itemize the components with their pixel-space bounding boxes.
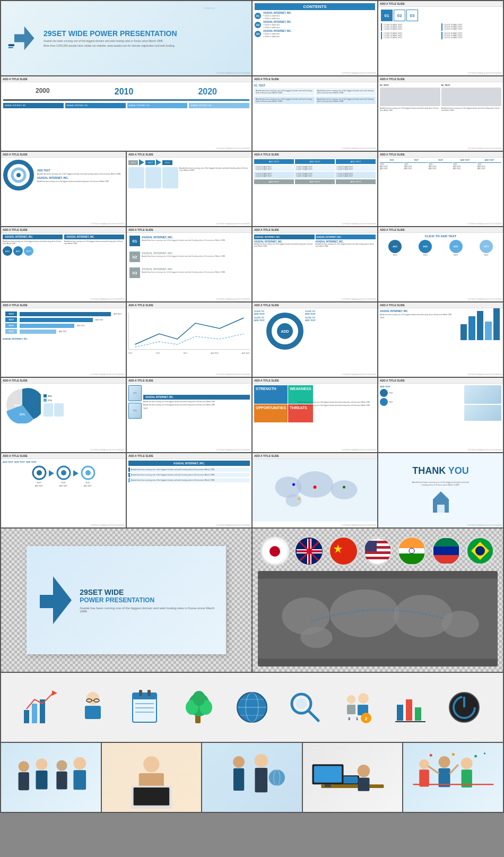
- wm-inner: [253, 459, 377, 522]
- quadrant-inner: 01. TEXT Asadal has been running one of …: [253, 82, 377, 106]
- contents-item-1: 01 ASADAL INTERNET, INC. • Click to add …: [255, 12, 375, 20]
- co-left-btns: CLICK TOADD TEXT CLICK TOADD TEXT: [254, 310, 265, 352]
- svg-rect-67: [85, 706, 101, 719]
- people-grid-slide: ADD A TITLE SLIDE 01. TEXT 02. TEXT Asad…: [378, 76, 503, 151]
- bcr-company: ASADAL INTERNET, INC.: [380, 310, 457, 313]
- icon-item-plant: [180, 689, 218, 726]
- tg2-h5: ADD TEXT: [477, 159, 501, 161]
- title-slide-numbered: ADD A TITLE SLIDE 01 02 03 • CLICK TO AD…: [378, 1, 503, 75]
- doc-text-l: TEXT: [143, 408, 148, 410]
- flag-brazil-svg: [467, 538, 493, 564]
- cp-photo-2: [464, 405, 501, 421]
- svg-point-66: [86, 692, 99, 705]
- ctc-circle-2: ADD: [419, 240, 432, 253]
- photo-strip-section: [1, 743, 503, 812]
- step-indicator: 01 ASADAL INTERNET, INC. Asadal has been…: [127, 233, 251, 249]
- lpl-slide: 29SET WIDE POWER PRESENTATION Asadal has…: [27, 546, 226, 654]
- svg-point-119: [233, 756, 245, 767]
- fc-arrow-1: [49, 470, 54, 477]
- person-1: [128, 167, 144, 188]
- timeline-boxes: ASADAL INTERNET, INC. ASADAL INTERNET, I…: [3, 103, 249, 108]
- hero-subtitle2: More than 3,000,000 people have visited …: [44, 44, 177, 47]
- fc-text-3: TEXT: [85, 482, 90, 484]
- people-grid-label: ADD A TITLE SLIDE: [378, 76, 503, 82]
- flags-row: [258, 534, 498, 568]
- timeline-title-label: ADD A TITLE SLIDE: [1, 76, 251, 82]
- step-numbers-slide: ADD A TITLE SLIDE 01 ASADAL INTERNET, IN…: [127, 227, 251, 301]
- quad-grid: Asadal has been running one of the bigge…: [254, 88, 376, 104]
- circle-add-text: ADD TEXT: [37, 169, 121, 172]
- tg2-h1: TEXT: [380, 159, 404, 161]
- step-title-3: ASADAL INTERNET, INC.: [142, 267, 249, 271]
- svg-point-91: [347, 695, 355, 704]
- step-title-1: ASADAL INTERNET, INC.: [142, 236, 249, 239]
- timeline-box-1: ASADAL INTERNET, INC.: [3, 103, 64, 108]
- cd-item-2: Asadal has been running one of the bigge…: [128, 473, 250, 477]
- co-click3: CLICK TOADD TEXT: [305, 310, 316, 315]
- two-col-headers: ASADAL INTERNET, INC. ASADAL INTERNET, I…: [254, 235, 376, 239]
- copyright-cp: COPYRIGHT ASADAL ALLRIGHTS RESERVED: [467, 449, 502, 451]
- flag-us-svg: [364, 538, 391, 565]
- arr-text2: TEXT: [145, 160, 155, 165]
- quadrant-title-label: ADD A TITLE SLIDE: [253, 76, 377, 82]
- svg-point-110: [57, 760, 67, 771]
- tg-header: ADD TEXT ADD TEXT ADD TEXT: [254, 159, 376, 164]
- year-2020: 2020: [198, 87, 217, 97]
- ctc-circle-3: ADD: [449, 240, 463, 253]
- ctc-text-2: TEXT: [423, 254, 428, 256]
- pg-text-2: Asadal has been running one of the bigge…: [441, 107, 502, 111]
- q-label-01: 01. TEXT: [254, 84, 376, 87]
- svg-point-108: [36, 758, 48, 770]
- large-preview-left: 29SET WIDE POWER PRESENTATION Asadal has…: [1, 529, 251, 672]
- people-grid: 01. TEXT 02. TEXT Asadal has been runnin…: [378, 82, 503, 113]
- cl-2: TEXT: [156, 352, 160, 354]
- step-desc-3: Asadal has been running one of the bigge…: [142, 271, 249, 273]
- doc-desc1: Asadal has been running one of the bigge…: [143, 401, 250, 403]
- doc-labels: TEXT: [143, 408, 250, 410]
- fc-label: ADD A TITLE SLIDE: [1, 453, 126, 459]
- svg-text:2: 2: [365, 716, 368, 721]
- photo-celebrate-svg: [409, 747, 498, 809]
- person-2: [145, 167, 161, 188]
- lpl-sub: Asadal has been running one of the bigge…: [80, 607, 221, 613]
- arrow-flow-label: ADD A TITLE SLIDE: [127, 152, 251, 158]
- swot-w-label: WEAKNESS: [290, 387, 311, 391]
- doc-company: ASADAL INTERNET, INC.: [143, 395, 250, 400]
- ci-right: ASADAL INTERNET, INC. Asadal has been ru…: [64, 235, 124, 256]
- svg-point-17: [85, 470, 91, 475]
- tg2-c3: TEXTADD TEXTADD TEXT: [429, 162, 453, 170]
- svg-rect-129: [358, 777, 370, 791]
- doc-icons: DOC DOC: [128, 385, 142, 419]
- copyright-quad: COPYRIGHT ASADAL ALLRIGHTS RESERVED: [342, 148, 376, 150]
- ctc-text-4: TEXT: [484, 254, 489, 256]
- people-img-1: [380, 88, 440, 106]
- copyright-swot: COPYRIGHT ASADAL ALLRIGHTS RESERVED: [342, 449, 376, 451]
- svg-point-26: [298, 498, 300, 500]
- bar-fill-2: [20, 318, 93, 322]
- click-text-circles-slide: ADD A TITLE SLIDE CLICK TO ADD TEXT ADD …: [378, 227, 503, 301]
- copyright-fc: COPYRIGHT ASADAL ALLRIGHTS RESERVED: [90, 524, 125, 526]
- cl-5: ADD TEXT: [242, 352, 250, 354]
- text-grid-inner: TEXT TEXT TEXT ADD TEXT ADD TEXT TEXTADD…: [378, 158, 503, 171]
- svg-point-22: [286, 494, 302, 507]
- cpb-1: TEXT: [380, 389, 463, 397]
- cp-photos: [464, 385, 501, 421]
- bar-fill-4: [20, 330, 56, 334]
- svg-point-93: [358, 693, 369, 704]
- line-chart-label: ADD A TITLE SLIDE: [127, 302, 251, 308]
- svg-point-15: [61, 470, 66, 475]
- ci-left: ASADAL INTERNET, INC. Asadal has been ru…: [3, 235, 63, 256]
- tg2-h2: TEXT: [404, 159, 428, 161]
- cpb-circle-1: [380, 389, 388, 397]
- hero-decorative: balance: [204, 6, 246, 49]
- cp-title: ADD TEXT: [380, 385, 463, 388]
- tg2-c2: TEXTADD TEXTADD TEXT: [404, 162, 428, 170]
- doc-layout: DOC DOC ASADAL INTERNET, INC. Asadal has…: [128, 385, 250, 419]
- table-grid-inner: ADD TEXT ADD TEXT ADD TEXT • CLICK TO AD…: [253, 158, 377, 186]
- pg-label-02: 02. TEXT: [441, 84, 502, 86]
- dark-map-svg: [258, 571, 498, 666]
- fc-add-text-2: ADD TEXT: [59, 485, 67, 487]
- world-map-slide: ADD A TITLE SLIDE COPYRIGHT ASADAL ALLRI…: [253, 453, 377, 527]
- flag-china-svg: [330, 538, 357, 565]
- bar-chart-container: [459, 310, 501, 342]
